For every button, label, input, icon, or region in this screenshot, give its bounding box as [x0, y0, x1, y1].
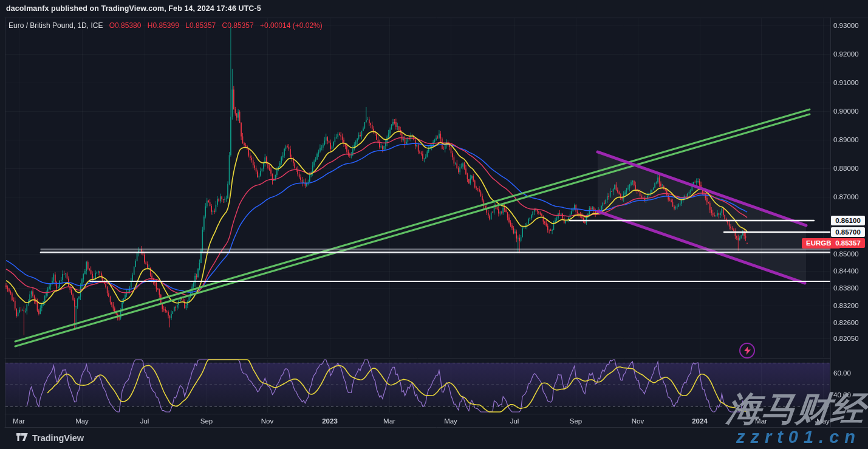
price-chart-canvas[interactable]	[0, 0, 868, 449]
price-axis-label[interactable]: 0.83200	[833, 301, 867, 310]
symbol-title: Euro / British Pound, 1D, ICE	[9, 21, 103, 30]
price-axis-label[interactable]: 0.91000	[833, 78, 867, 87]
tradingview-logo-text: TradingView	[32, 433, 84, 443]
last-price-badge: 0.85357	[831, 238, 865, 248]
time-axis-label[interactable]: 2023	[322, 417, 338, 425]
time-axis-label[interactable]: Nov	[632, 417, 644, 425]
price-axis-label[interactable]: 0.83800	[833, 284, 867, 292]
watermark-url: zzrt01.cn	[736, 427, 861, 447]
price-axis-label[interactable]: 0.92000	[833, 50, 867, 58]
price-axis-label[interactable]: 0.88000	[833, 164, 867, 173]
time-axis-label[interactable]: 2024	[692, 417, 708, 425]
time-axis-label[interactable]: Sep	[200, 417, 213, 425]
tradingview-logo[interactable]: TradingView	[16, 433, 84, 444]
time-axis-label[interactable]: Jul	[140, 417, 149, 425]
price-axis-label[interactable]: 0.84400	[833, 267, 867, 275]
close-value: C0.85357	[222, 21, 254, 30]
price-axis-label[interactable]: 0.87000	[833, 193, 867, 201]
open-value: O0.85380	[109, 21, 142, 30]
time-axis-label[interactable]: Nov	[261, 417, 273, 425]
time-axis-label[interactable]: Mar	[13, 417, 25, 425]
price-axis-label[interactable]: 0.82600	[833, 318, 867, 327]
price-axis-label[interactable]: 0.82050	[833, 334, 867, 343]
time-axis-label[interactable]: May	[75, 417, 89, 425]
change-value: +0.00014 (+0.02%)	[260, 21, 323, 30]
tradingview-logo-icon	[16, 433, 28, 444]
price-axis-label[interactable]: 0.90000	[833, 107, 867, 115]
price-axis-label[interactable]: 0.85000	[833, 250, 867, 258]
price-axis-label[interactable]: 0.93000	[833, 21, 867, 30]
chart-legend: Euro / British Pound, 1D, ICE O0.85380 H…	[9, 21, 323, 30]
price-level-badge-85700: 0.85700	[831, 227, 865, 237]
rsi-axis-label[interactable]: 60.00	[833, 369, 851, 377]
tradingview-chart-snapshot: { "header": { "publisher_line": "dacolma…	[0, 0, 868, 449]
high-value: H0.85399	[148, 21, 179, 30]
time-axis-label[interactable]: May	[444, 417, 457, 425]
watermark-chinese: 海马财经	[725, 386, 868, 433]
low-value: L0.85357	[185, 21, 216, 30]
time-axis-label[interactable]: Jul	[510, 417, 519, 425]
price-level-badge-86100: 0.86100	[831, 216, 865, 225]
time-axis-label[interactable]: Mar	[383, 417, 395, 425]
price-axis-label[interactable]: 0.89000	[833, 135, 867, 144]
time-axis-label[interactable]: Sep	[570, 417, 582, 425]
flash-icon	[739, 343, 755, 358]
publisher-line: dacolmanfx published on TradingView.com,…	[6, 4, 261, 13]
